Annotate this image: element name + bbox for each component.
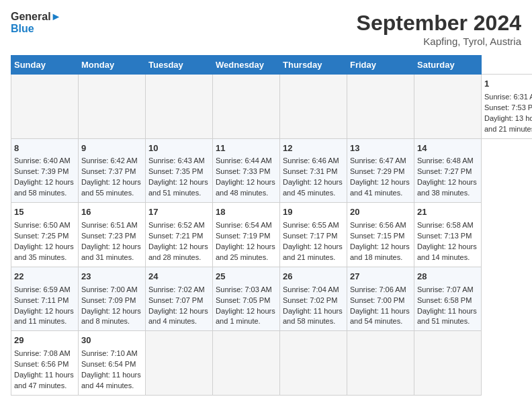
title-block: September 2024 Kapfing, Tyrol, Austria	[357, 11, 521, 47]
daylight-text: Daylight: 12 hours and 28 minutes.	[148, 242, 208, 261]
sunrise-text: Sunrise: 6:54 AM	[216, 221, 272, 229]
calendar-cell	[347, 75, 414, 139]
sunrise-text: Sunrise: 7:08 AM	[14, 349, 71, 357]
logo: General► Blue	[11, 11, 61, 34]
sunset-text: Sunset: 6:56 PM	[14, 360, 69, 368]
sunrise-text: Sunrise: 6:56 AM	[350, 221, 406, 229]
calendar-cell	[11, 75, 79, 139]
calendar-cell: 27 Sunrise: 7:06 AM Sunset: 7:00 PM Dayl…	[347, 267, 414, 331]
sunset-text: Sunset: 7:53 PM	[484, 103, 532, 111]
calendar-cell: 9 Sunrise: 6:42 AM Sunset: 7:37 PM Dayli…	[79, 138, 146, 203]
calendar-cell	[213, 331, 280, 396]
sunrise-text: Sunrise: 7:03 AM	[216, 285, 272, 293]
calendar-cell: 28 Sunrise: 7:07 AM Sunset: 6:58 PM Dayl…	[414, 267, 482, 331]
sunset-text: Sunset: 7:37 PM	[81, 167, 136, 175]
sunrise-text: Sunrise: 7:00 AM	[81, 285, 138, 293]
sunset-text: Sunset: 7:33 PM	[216, 167, 270, 175]
calendar-cell: 13 Sunrise: 6:47 AM Sunset: 7:29 PM Dayl…	[347, 138, 414, 203]
day-number: 22	[14, 271, 75, 283]
calendar-cell	[280, 331, 347, 396]
sunrise-text: Sunrise: 6:40 AM	[14, 156, 71, 165]
day-number: 19	[283, 206, 344, 219]
day-number: 15	[14, 206, 75, 219]
sunset-text: Sunset: 7:07 PM	[148, 296, 203, 304]
calendar-table: Sunday Monday Tuesday Wednesday Thursday…	[11, 55, 532, 396]
day-number: 30	[81, 334, 142, 347]
calendar-cell	[347, 331, 414, 396]
calendar-week-row: 22 Sunrise: 6:59 AM Sunset: 7:11 PM Dayl…	[11, 267, 533, 331]
day-number: 17	[148, 206, 210, 219]
month-title: September 2024	[357, 11, 521, 36]
calendar-cell: 16 Sunrise: 6:51 AM Sunset: 7:23 PM Dayl…	[79, 203, 146, 267]
daylight-text: Daylight: 11 hours and 47 minutes.	[14, 371, 74, 390]
sunrise-text: Sunrise: 7:10 AM	[81, 349, 138, 357]
day-number: 23	[81, 271, 142, 283]
col-wednesday: Wednesday	[213, 56, 280, 75]
sunrise-text: Sunrise: 7:02 AM	[148, 285, 205, 293]
daylight-text: Daylight: 11 hours and 58 minutes.	[283, 307, 343, 326]
calendar-cell	[414, 331, 482, 396]
daylight-text: Daylight: 12 hours and 1 minute.	[216, 307, 275, 326]
calendar-cell: 17 Sunrise: 6:52 AM Sunset: 7:21 PM Dayl…	[146, 203, 213, 267]
daylight-text: Daylight: 12 hours and 41 minutes.	[350, 178, 410, 197]
day-number: 14	[417, 142, 478, 155]
col-monday: Monday	[79, 56, 146, 75]
daylight-text: Daylight: 11 hours and 44 minutes.	[81, 371, 141, 390]
daylight-text: Daylight: 12 hours and 55 minutes.	[81, 178, 141, 197]
sunset-text: Sunset: 7:31 PM	[283, 167, 337, 175]
daylight-text: Daylight: 11 hours and 51 minutes.	[417, 307, 477, 326]
sunrise-text: Sunrise: 6:31 AM	[484, 93, 532, 101]
sunset-text: Sunset: 7:23 PM	[81, 232, 136, 240]
day-number: 11	[216, 142, 277, 155]
calendar-cell: 15 Sunrise: 6:50 AM Sunset: 7:25 PM Dayl…	[11, 203, 79, 267]
sunrise-text: Sunrise: 6:43 AM	[148, 156, 205, 165]
calendar-cell: 30 Sunrise: 7:10 AM Sunset: 6:54 PM Dayl…	[79, 331, 146, 396]
sunset-text: Sunset: 7:25 PM	[14, 232, 69, 240]
calendar-cell: 25 Sunrise: 7:03 AM Sunset: 7:05 PM Dayl…	[213, 267, 280, 331]
sunset-text: Sunset: 6:54 PM	[81, 360, 136, 368]
daylight-text: Daylight: 12 hours and 25 minutes.	[216, 242, 275, 261]
day-number: 10	[148, 142, 210, 155]
calendar-cell	[146, 75, 213, 139]
page-header: General► Blue September 2024 Kapfing, Ty…	[11, 11, 521, 47]
sunset-text: Sunset: 7:29 PM	[350, 167, 404, 175]
daylight-text: Daylight: 12 hours and 51 minutes.	[148, 178, 208, 197]
sunrise-text: Sunrise: 6:58 AM	[417, 221, 474, 229]
calendar-week-row: 15 Sunrise: 6:50 AM Sunset: 7:25 PM Dayl…	[11, 203, 533, 267]
sunrise-text: Sunrise: 7:07 AM	[417, 285, 474, 293]
sunrise-text: Sunrise: 6:46 AM	[283, 156, 339, 165]
calendar-cell: 23 Sunrise: 7:00 AM Sunset: 7:09 PM Dayl…	[79, 267, 146, 331]
sunset-text: Sunset: 7:35 PM	[148, 167, 203, 175]
sunset-text: Sunset: 7:17 PM	[283, 232, 337, 240]
calendar-cell	[79, 75, 146, 139]
sunrise-text: Sunrise: 7:04 AM	[283, 285, 339, 293]
sunset-text: Sunset: 6:58 PM	[417, 296, 472, 304]
day-number: 8	[14, 142, 75, 155]
daylight-text: Daylight: 12 hours and 21 minutes.	[283, 242, 343, 261]
sunrise-text: Sunrise: 6:42 AM	[81, 156, 138, 165]
calendar-cell: 26 Sunrise: 7:04 AM Sunset: 7:02 PM Dayl…	[280, 267, 347, 331]
calendar-cell: 24 Sunrise: 7:02 AM Sunset: 7:07 PM Dayl…	[146, 267, 213, 331]
col-saturday: Saturday	[414, 56, 482, 75]
header-row: Sunday Monday Tuesday Wednesday Thursday…	[11, 56, 533, 75]
sunset-text: Sunset: 7:27 PM	[417, 167, 472, 175]
calendar-cell: 14 Sunrise: 6:48 AM Sunset: 7:27 PM Dayl…	[414, 138, 482, 203]
calendar-cell: 29 Sunrise: 7:08 AM Sunset: 6:56 PM Dayl…	[11, 331, 79, 396]
daylight-text: Daylight: 12 hours and 48 minutes.	[216, 178, 275, 197]
day-number: 29	[14, 334, 75, 347]
calendar-cell: 8 Sunrise: 6:40 AM Sunset: 7:39 PM Dayli…	[11, 138, 79, 203]
sunrise-text: Sunrise: 6:50 AM	[14, 221, 71, 229]
daylight-text: Daylight: 12 hours and 31 minutes.	[81, 242, 141, 261]
day-number: 16	[81, 206, 142, 219]
day-number: 20	[350, 206, 411, 219]
calendar-cell	[146, 331, 213, 396]
daylight-text: Daylight: 12 hours and 8 minutes.	[81, 307, 141, 326]
daylight-text: Daylight: 12 hours and 58 minutes.	[14, 178, 74, 197]
sunset-text: Sunset: 7:13 PM	[417, 232, 472, 240]
daylight-text: Daylight: 12 hours and 11 minutes.	[14, 307, 74, 326]
sunset-text: Sunset: 7:09 PM	[81, 296, 136, 304]
calendar-week-row: 8 Sunrise: 6:40 AM Sunset: 7:39 PM Dayli…	[11, 138, 533, 203]
location-subtitle: Kapfing, Tyrol, Austria	[357, 36, 521, 47]
daylight-text: Daylight: 12 hours and 45 minutes.	[283, 178, 343, 197]
day-number: 13	[350, 142, 411, 155]
